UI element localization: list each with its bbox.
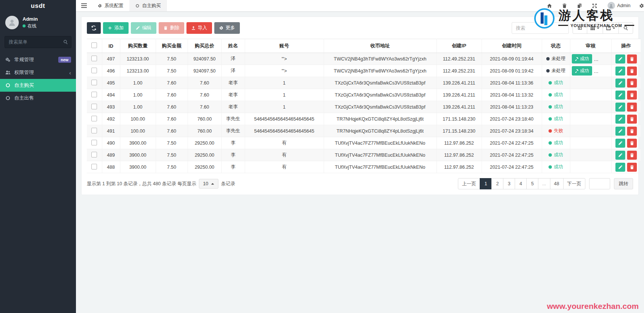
column-header-状态[interactable]: 状态 xyxy=(542,39,570,53)
more-button[interactable]: 更多 xyxy=(214,22,240,34)
edit-button[interactable] xyxy=(615,103,625,112)
edit-button-toolbar[interactable]: 编辑 xyxy=(131,22,156,34)
delete-button-toolbar[interactable]: 删除 xyxy=(159,22,184,34)
delete-button[interactable] xyxy=(627,163,637,172)
page-jump-button[interactable]: 跳转 xyxy=(614,178,633,189)
sidebar-item-自主购买[interactable]: 自主购买 xyxy=(0,79,76,92)
delete-button[interactable] xyxy=(627,79,637,88)
cell-price: 7.60 xyxy=(156,89,188,101)
topbar-user-name[interactable]: Admin xyxy=(617,3,630,8)
column-header-创建时间[interactable]: 创建时间 xyxy=(482,39,542,53)
page-button-5[interactable]: 5 xyxy=(526,178,538,189)
edit-button[interactable] xyxy=(615,91,625,100)
table-search-input[interactable] xyxy=(512,22,569,34)
search-button[interactable] xyxy=(618,22,633,34)
delete-button[interactable] xyxy=(627,54,637,64)
cell-id: 493 xyxy=(102,101,120,113)
sidebar: usdt Admin 在线 常规管理new权限管理‹自主购买自主出售 xyxy=(0,0,76,313)
watermark-url: www.yourenkezhan.com xyxy=(547,302,639,311)
column-header-购买金额[interactable]: 购买金额 xyxy=(156,39,188,53)
edit-button[interactable] xyxy=(615,139,625,148)
select-all-checkbox[interactable] xyxy=(91,42,97,48)
page-button-2[interactable]: 2 xyxy=(491,178,503,189)
column-header-姓名[interactable]: 姓名 xyxy=(221,39,245,53)
column-header-ID[interactable]: ID xyxy=(102,39,120,53)
column-header-收币地址[interactable]: 收币地址 xyxy=(324,39,436,53)
main-area: 系统配置自主购买 Admin 添加 xyxy=(76,0,644,313)
delete-button[interactable] xyxy=(627,115,637,124)
home-icon[interactable] xyxy=(542,3,557,8)
row-checkbox[interactable] xyxy=(91,164,97,169)
trash-icon xyxy=(630,93,634,97)
fullscreen-icon[interactable] xyxy=(587,3,602,8)
sidebar-item-自主出售[interactable]: 自主出售 xyxy=(0,92,76,104)
gear-icon[interactable] xyxy=(636,3,644,8)
page-jump-input[interactable] xyxy=(589,178,610,189)
copy-icon[interactable] xyxy=(572,3,587,8)
column-header-购买数量[interactable]: 购买数量 xyxy=(120,39,156,53)
row-checkbox[interactable] xyxy=(91,92,97,97)
delete-button[interactable] xyxy=(627,67,637,76)
cell-status: 未处理 xyxy=(542,53,570,65)
detail-view-button[interactable] xyxy=(573,22,587,34)
import-button[interactable]: 导入 xyxy=(186,22,212,34)
edit-button[interactable] xyxy=(615,163,625,172)
cell-status: 成功 xyxy=(542,77,570,89)
add-button[interactable]: 添加 xyxy=(103,22,129,34)
tab-自主购买[interactable]: 自主购买 xyxy=(129,0,167,11)
page-button-48[interactable]: 48 xyxy=(550,178,564,189)
menu-toggle-button[interactable] xyxy=(76,0,92,11)
sidebar-search-input[interactable] xyxy=(5,36,71,48)
edit-button[interactable] xyxy=(615,151,625,160)
page-size-select[interactable]: 10 xyxy=(199,179,218,189)
row-checkbox[interactable] xyxy=(91,56,97,61)
row-checkbox[interactable] xyxy=(91,128,97,133)
column-header-账号[interactable]: 账号 xyxy=(245,39,324,53)
column-header-操作[interactable]: 操作 xyxy=(611,39,641,53)
circle-icon xyxy=(5,95,11,101)
row-checkbox[interactable] xyxy=(91,104,97,109)
sidebar-item-label: 自主购买 xyxy=(14,82,34,89)
row-checkbox[interactable] xyxy=(91,68,97,73)
cell-total: 7.60 xyxy=(188,77,221,89)
trash-icon[interactable] xyxy=(557,3,572,8)
status-dot-icon xyxy=(549,93,552,97)
status-dot-icon xyxy=(549,117,552,121)
column-header-创建IP[interactable]: 创建IP xyxy=(436,39,482,53)
edit-button[interactable] xyxy=(615,115,625,124)
row-checkbox[interactable] xyxy=(91,116,97,121)
cell-name: 李 xyxy=(221,161,245,173)
column-header-审核[interactable]: 审核 xyxy=(570,39,611,53)
edit-button[interactable] xyxy=(615,67,625,76)
row-checkbox[interactable] xyxy=(91,152,97,157)
export-button[interactable] xyxy=(603,22,619,34)
edit-button[interactable] xyxy=(615,54,625,64)
page-button-4[interactable]: 4 xyxy=(515,178,527,189)
delete-button[interactable] xyxy=(627,151,637,160)
next-page-button[interactable]: 下一页 xyxy=(563,178,586,189)
prev-page-button[interactable]: 上一页 xyxy=(458,178,480,189)
refresh-button[interactable] xyxy=(87,22,101,34)
cell-time: 2021-08-04 11:13:36 xyxy=(482,77,542,89)
columns-button[interactable] xyxy=(587,22,603,34)
sidebar-item-权限管理[interactable]: 权限管理‹ xyxy=(0,66,76,79)
topbar-avatar[interactable] xyxy=(608,2,615,9)
page-button-3[interactable]: 3 xyxy=(503,178,515,189)
column-header-购买总价[interactable]: 购买总价 xyxy=(188,39,221,53)
cell-name: 李 xyxy=(221,137,245,149)
delete-button[interactable] xyxy=(627,127,637,136)
delete-button[interactable] xyxy=(627,91,637,100)
tab-系统配置[interactable]: 系统配置 xyxy=(92,0,129,11)
audit-success-button[interactable]: 成功 xyxy=(572,54,592,64)
cell-time: 2021-07-24 23:18:34 xyxy=(482,125,542,137)
delete-button[interactable] xyxy=(627,103,637,112)
row-checkbox[interactable] xyxy=(91,140,97,145)
audit-success-button[interactable]: 成功 xyxy=(572,66,592,76)
edit-button[interactable] xyxy=(615,79,625,88)
row-checkbox[interactable] xyxy=(91,80,97,85)
edit-button[interactable] xyxy=(615,127,625,136)
trash-icon xyxy=(630,141,634,145)
delete-button[interactable] xyxy=(627,139,637,148)
page-button-1[interactable]: 1 xyxy=(480,178,492,189)
sidebar-item-常规管理[interactable]: 常规管理new xyxy=(0,53,76,66)
